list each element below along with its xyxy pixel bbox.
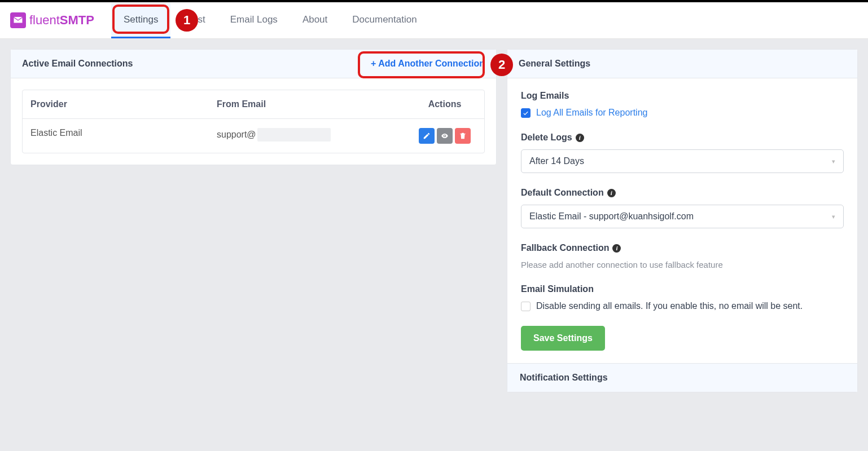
td-email: support@: [209, 119, 405, 153]
email-prefix: support@: [217, 130, 256, 140]
connections-table: Provider From Email Actions Elastic Emai…: [22, 90, 485, 153]
add-connection-button[interactable]: + Add Another Connection: [371, 59, 485, 69]
table-header-row: Provider From Email Actions: [23, 90, 484, 119]
view-button[interactable]: [437, 128, 453, 144]
email-redacted-box: [257, 128, 331, 142]
add-connection-label: Add Another Connection: [378, 59, 485, 69]
annotation-badge-2: 2: [490, 54, 513, 76]
trash-icon: [459, 132, 467, 140]
header: fluentSMTP Settings l Test Email Logs Ab…: [0, 2, 868, 39]
edit-button[interactable]: [419, 128, 435, 144]
panel-active-connections: Active Email Connections + Add Another C…: [10, 49, 497, 165]
th-provider: Provider: [23, 90, 209, 119]
checkbox-simulation[interactable]: [521, 302, 531, 311]
label-fallback-connection: Fallback Connection i: [521, 243, 844, 253]
panel-general-settings: General Settings Log Emails Log All Emai…: [507, 49, 858, 392]
select-delete-logs-value: After 14 Days: [529, 156, 584, 166]
th-actions: Actions: [405, 90, 484, 119]
select-default-connection-value: Elastic Email - support@kuanhsigolf.com: [529, 211, 694, 222]
checkbox-simulation-label[interactable]: Disable sending all emails. If you enabl…: [536, 301, 803, 311]
info-icon: i: [576, 134, 584, 142]
label-email-simulation: Email Simulation: [521, 284, 844, 294]
tab-documentation[interactable]: Documentation: [340, 3, 429, 38]
delete-button[interactable]: [455, 128, 471, 144]
table-row: Elastic Email support@: [23, 119, 484, 153]
td-provider: Elastic Email: [23, 119, 209, 153]
chevron-down-icon: ▾: [832, 213, 835, 220]
logo-icon: [10, 12, 26, 28]
check-icon: [523, 110, 529, 116]
select-default-connection[interactable]: Elastic Email - support@kuanhsigolf.com …: [521, 205, 844, 228]
nav: Settings l Test Email Logs About Documen…: [111, 3, 429, 38]
pencil-icon: [423, 132, 431, 140]
checkbox-log-emails-label[interactable]: Log All Emails for Reporting: [536, 108, 647, 118]
tab-settings[interactable]: Settings: [111, 3, 170, 38]
eye-icon: [441, 132, 449, 140]
tab-about[interactable]: About: [290, 3, 340, 38]
panel-title-connections: Active Email Connections: [22, 59, 133, 69]
chevron-down-icon: ▾: [832, 158, 835, 165]
label-delete-logs: Delete Logs i: [521, 132, 844, 143]
fallback-hint: Please add another connection to use fal…: [521, 260, 844, 269]
plus-icon: +: [371, 59, 376, 69]
logo: fluentSMTP: [10, 12, 94, 28]
checkbox-log-emails[interactable]: [521, 108, 531, 118]
notification-settings-header[interactable]: Notification Settings: [507, 363, 857, 392]
th-email: From Email: [209, 90, 405, 119]
label-log-emails: Log Emails: [521, 91, 844, 101]
tab-email-logs[interactable]: Email Logs: [218, 3, 290, 38]
save-settings-button[interactable]: Save Settings: [521, 326, 605, 351]
select-delete-logs[interactable]: After 14 Days ▾: [521, 149, 844, 173]
label-default-connection: Default Connection i: [521, 188, 844, 198]
info-icon: i: [607, 189, 616, 197]
annotation-badge-1: 1: [176, 9, 198, 32]
info-icon: i: [612, 244, 621, 253]
panel-title-general: General Settings: [519, 59, 590, 69]
logo-text: fluentSMTP: [29, 13, 94, 28]
td-actions: [405, 119, 484, 153]
